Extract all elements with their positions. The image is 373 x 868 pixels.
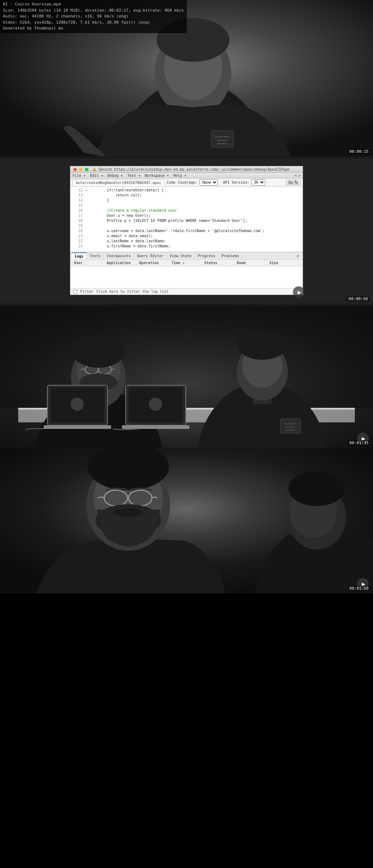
video-file-info: 01 - Course Overview.mp4 Size: 14863504 …: [0, 0, 187, 33]
log-columns-header: User Application Operation Time ▾ Status…: [70, 260, 303, 266]
filter-bar: Filter Click here to filter the log list: [70, 288, 303, 295]
code-line-20: 20 u.username = data.lastName+'.'+data.f…: [70, 229, 303, 234]
tab-query-editor[interactable]: Query Editor: [134, 253, 166, 259]
menu-test[interactable]: Test ▾: [127, 174, 140, 178]
tab-tests[interactable]: Tests: [87, 253, 104, 259]
filter-label: Filter: [80, 290, 93, 294]
tab-view-state[interactable]: View State: [167, 253, 195, 259]
ide-section: 🔒 Secure https://pluralslessdip-dev-ed.m…: [0, 156, 373, 306]
svg-text:ARCHITECT: ARCHITECT: [285, 429, 296, 431]
col-status: Status: [203, 260, 235, 265]
video-section-3: 00:01:58: [0, 448, 373, 593]
close-dot[interactable]: [73, 168, 77, 171]
nav-arrows: < >: [295, 174, 301, 178]
nav-fwd[interactable]: >: [298, 174, 301, 178]
timestamp-ide: 00:00:58: [347, 296, 369, 302]
col-read: Read: [235, 260, 268, 265]
timestamp-2: 00:01:35: [348, 440, 370, 446]
ide-menubar: File ▾ Edit ▾ Debug ▾ Test ▾ Workspace ▾…: [70, 173, 303, 179]
code-line-17: 17 User u = new User();: [70, 214, 303, 219]
tab-checkpoints[interactable]: Checkpoints: [104, 253, 134, 259]
menu-workspace[interactable]: Workspace ▾: [145, 174, 169, 178]
svg-point-47: [114, 508, 143, 517]
filter-placeholder: Click here to filter the log list: [96, 290, 169, 294]
timestamp-3: 00:01:58: [348, 586, 370, 591]
code-line-23: 23 u.firstName = data.firstName;: [70, 244, 303, 249]
audio-label: Audio: aac, 44100 Hz, 2 channels, s16, 9…: [3, 14, 128, 19]
coverage-select[interactable]: None: [200, 179, 218, 186]
ide-titlebar: 🔒 Secure https://pluralslessdip-dev-ed.m…: [70, 166, 303, 173]
col-time[interactable]: Time ▾: [170, 260, 203, 265]
code-line-22: 22 u.lastName = data.lastName;: [70, 239, 303, 244]
ide-file-tab[interactable]: AutocreatedRegHandler1493587886497.apxc: [72, 180, 165, 186]
go-to-button[interactable]: Go To: [286, 180, 301, 185]
code-line-18: 18 Profile p = [SELECT Id FROM profile W…: [70, 219, 303, 224]
menu-edit[interactable]: Edit ▾: [90, 174, 103, 178]
menu-help[interactable]: Help ▾: [173, 174, 186, 178]
code-line-15: 15: [70, 203, 303, 208]
svg-text:ARCHITECT: ARCHITECT: [217, 143, 228, 145]
video-label: Video: h264, yuv420p, 1280x720, 7.61 kb/…: [3, 20, 150, 25]
size-label: Size: 14863504 bytes (14.18 MiB), durati…: [3, 8, 184, 13]
api-select[interactable]: 39: [251, 179, 265, 186]
play-button-ide[interactable]: [293, 286, 305, 298]
svg-text:TECHNICAL: TECHNICAL: [285, 426, 296, 428]
nav-back[interactable]: <: [295, 174, 297, 178]
svg-text:TECHNICAL: TECHNICAL: [217, 139, 228, 142]
ide-window: 🔒 Secure https://pluralslessdip-dev-ed.m…: [70, 166, 303, 295]
svg-text:SALESFORCE: SALESFORCE: [284, 423, 297, 425]
svg-point-50: [288, 471, 345, 506]
api-version-label: API Version: 39: [223, 179, 265, 186]
col-user: User: [72, 260, 105, 265]
code-editor[interactable]: 12 ▾ if(!canCreateUser(data)) { 13 retur…: [70, 187, 303, 252]
svg-text:SALESFORCE: SALESFORCE: [215, 136, 229, 138]
col-application: Application: [105, 260, 137, 265]
tab-progress[interactable]: Progress: [195, 253, 219, 259]
tab-logs[interactable]: Logs: [72, 252, 87, 259]
log-body: [70, 266, 303, 288]
ide-bottom-tabs: Logs Tests Checkpoints Query Editor View…: [70, 252, 303, 260]
code-line-16: 16 //Create a regular standard user: [70, 208, 303, 214]
svg-point-32: [71, 398, 84, 411]
filter-checkbox[interactable]: [73, 290, 77, 294]
ide-title: 🔒 Secure https://pluralslessdip-dev-ed.m…: [92, 167, 290, 171]
tab-problems[interactable]: Problems: [219, 253, 242, 259]
timestamp-1: 00:00:15: [348, 149, 370, 154]
file-label: 01 - Course Overview.mp4: [3, 2, 61, 7]
code-line-19: 19: [70, 224, 303, 229]
video-section-2: SALESFORCE TECHNICAL ARCHITECT 00:01:35: [0, 306, 373, 448]
code-line-14: 14 }: [70, 198, 303, 203]
expand-icon[interactable]: ⊡: [295, 253, 301, 259]
code-line-13: 13 return null;: [70, 193, 303, 198]
col-size: Size: [268, 260, 301, 265]
menu-debug[interactable]: Debug ▾: [107, 174, 123, 178]
svg-rect-33: [44, 425, 111, 429]
generator-label: Generated by Thumbnail me: [3, 26, 63, 31]
minimize-dot[interactable]: [79, 168, 83, 171]
code-line-21: 21 u.email = data.email;: [70, 234, 303, 239]
svg-rect-37: [122, 425, 189, 429]
video-section-1: SALESFORCE TECHNICAL ARCHITECT 01 - Cour…: [0, 0, 373, 156]
svg-point-36: [149, 398, 162, 411]
svg-point-20: [72, 335, 125, 368]
code-line-12: 12 ▾ if(!canCreateUser(data)) {: [70, 188, 303, 193]
col-operation: Operation: [138, 260, 170, 265]
menu-file[interactable]: File ▾: [72, 174, 86, 178]
coverage-label: Code Coverage: None: [167, 179, 218, 186]
maximize-dot[interactable]: [85, 168, 89, 171]
svg-point-25: [237, 331, 287, 360]
ide-toolbar: AutocreatedRegHandler1493587886497.apxc …: [70, 179, 303, 187]
